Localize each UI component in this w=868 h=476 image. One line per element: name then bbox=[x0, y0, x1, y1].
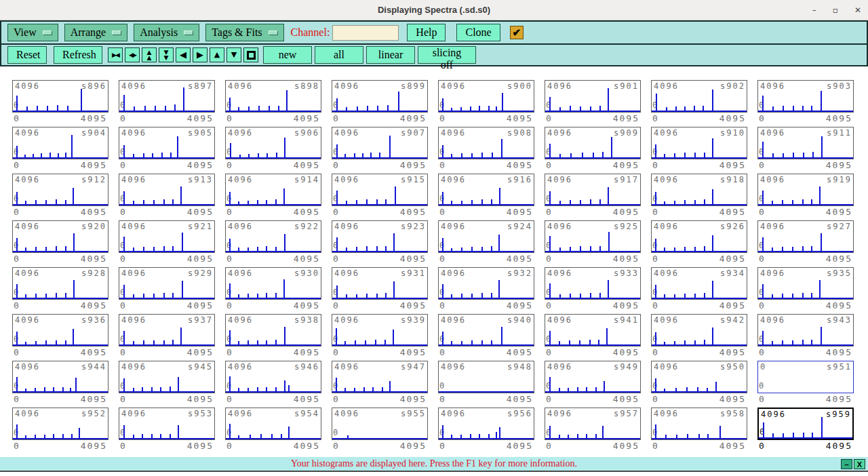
panel-box[interactable]: 4096s9040 bbox=[12, 127, 108, 159]
panel-box[interactable]: 4096s9400 bbox=[438, 314, 534, 346]
spectrum-panel-s932[interactable]: 4096s932004095 bbox=[438, 267, 534, 314]
spectrum-panel-s950[interactable]: 4096s950004095 bbox=[651, 361, 747, 408]
nav-button-up[interactable]: ▲ bbox=[210, 47, 224, 62]
panel-box[interactable]: 4096s9190 bbox=[757, 174, 854, 206]
menu-arrange[interactable]: Arrange bbox=[64, 24, 127, 41]
spectrum-panel-s949[interactable]: 4096s949004095 bbox=[545, 361, 641, 408]
spectrum-panel-s943[interactable]: 4096s943004095 bbox=[757, 314, 854, 361]
spectrum-panel-s919[interactable]: 4096s919004095 bbox=[757, 174, 854, 220]
spectrum-panel-s931[interactable]: 4096s931004095 bbox=[332, 267, 428, 314]
panel-box[interactable]: 4096s9440 bbox=[12, 361, 108, 393]
panel-box[interactable]: 4096s9300 bbox=[225, 267, 321, 300]
spectrum-panel-s906[interactable]: 4096s906004095 bbox=[225, 127, 321, 174]
clone-button[interactable]: Clone bbox=[456, 24, 500, 41]
spectrum-panel-s899[interactable]: 4096s899004095 bbox=[332, 80, 428, 127]
spectrum-panel-s955[interactable]: 4096s955004095 bbox=[332, 408, 428, 454]
spectrum-panel-s909[interactable]: 4096s909004095 bbox=[545, 127, 641, 174]
panel-box[interactable]: 4096s9320 bbox=[438, 267, 534, 300]
panel-box[interactable]: 4096s9050 bbox=[119, 127, 215, 159]
reset-button[interactable]: Reset bbox=[7, 46, 47, 64]
panel-box[interactable]: 4096s9280 bbox=[12, 267, 108, 300]
help-button[interactable]: Help bbox=[407, 24, 446, 41]
panel-box[interactable]: 4096s9090 bbox=[545, 127, 641, 159]
spectrum-panel-s927[interactable]: 4096s927004095 bbox=[757, 220, 854, 267]
spectrum-panel-s959[interactable]: 4096s959004095 bbox=[757, 408, 854, 454]
spectrum-panel-s914[interactable]: 4096s914004095 bbox=[225, 174, 321, 220]
spectrum-panel-s913[interactable]: 4096s913004095 bbox=[119, 174, 215, 220]
menu-analysis[interactable]: Analysis bbox=[134, 24, 199, 41]
nav-button-left[interactable]: ◀ bbox=[176, 47, 191, 62]
panel-box[interactable]: 4096s8970 bbox=[119, 80, 215, 113]
channel-input[interactable] bbox=[332, 25, 399, 41]
panel-box[interactable]: 4096s9360 bbox=[12, 314, 108, 346]
spectrum-panel-s933[interactable]: 4096s933004095 bbox=[545, 267, 641, 314]
panel-box[interactable]: 4096s9380 bbox=[225, 314, 321, 346]
panel-box[interactable]: 4096s9070 bbox=[332, 127, 428, 159]
spectrum-panel-s912[interactable]: 4096s912004095 bbox=[12, 174, 108, 220]
nav-button-tri-in[interactable]: ▶◀ bbox=[108, 47, 123, 62]
statusbar-close-button[interactable]: X bbox=[854, 459, 865, 469]
spectrum-panel-s905[interactable]: 4096s905004095 bbox=[119, 127, 215, 174]
panel-box[interactable]: 4096s9470 bbox=[332, 361, 428, 393]
spectrum-panel-s930[interactable]: 4096s930004095 bbox=[225, 267, 321, 314]
spectrum-panel-s957[interactable]: 4096s957004095 bbox=[545, 408, 641, 454]
close-icon[interactable]: ✕ bbox=[854, 0, 861, 20]
panel-box[interactable]: 4096s9580 bbox=[651, 408, 747, 440]
panel-box[interactable]: 4096s9130 bbox=[119, 174, 215, 206]
panel-box[interactable]: 0s9510 bbox=[757, 361, 854, 393]
spectrum-panel-s940[interactable]: 4096s940004095 bbox=[438, 314, 534, 361]
panel-box[interactable]: 4096s9370 bbox=[119, 314, 215, 346]
panel-box[interactable]: 4096s9160 bbox=[438, 174, 534, 206]
spectrum-panel-s910[interactable]: 4096s910004095 bbox=[651, 127, 747, 174]
nav-button-right[interactable]: ▶ bbox=[193, 47, 208, 62]
panel-box[interactable]: 4096s9410 bbox=[545, 314, 641, 346]
spectrum-panel-s942[interactable]: 4096s942004095 bbox=[651, 314, 747, 361]
spectrum-panel-s901[interactable]: 4096s901004095 bbox=[545, 80, 641, 127]
panel-box[interactable]: 4096s9140 bbox=[225, 174, 321, 206]
panel-box[interactable]: 4096s9080 bbox=[438, 127, 534, 159]
spectrum-panel-s904[interactable]: 4096s904004095 bbox=[12, 127, 108, 174]
panel-box[interactable]: 4096s9290 bbox=[119, 267, 215, 300]
spectrum-panel-s953[interactable]: 4096s953004095 bbox=[119, 408, 215, 454]
spectrum-panel-s952[interactable]: 4096s952004095 bbox=[12, 408, 108, 454]
spectrum-panel-s917[interactable]: 4096s917004095 bbox=[545, 174, 641, 220]
spectrum-panel-s926[interactable]: 4096s926004095 bbox=[651, 220, 747, 267]
spectrum-panel-s902[interactable]: 4096s902004095 bbox=[651, 80, 747, 127]
panel-box[interactable]: 4096s9060 bbox=[225, 127, 321, 159]
spectrum-panel-s898[interactable]: 4096s898004095 bbox=[225, 80, 321, 127]
panel-box[interactable]: 4096s9170 bbox=[545, 174, 641, 206]
spectrum-panel-s951[interactable]: 0s951004095 bbox=[757, 361, 854, 408]
statusbar-minimize-button[interactable]: – bbox=[841, 459, 852, 469]
slicing-button[interactable]: slicing off bbox=[418, 46, 476, 64]
panel-box[interactable]: 4096s9540 bbox=[225, 408, 321, 440]
spectrum-panel-s923[interactable]: 4096s923004095 bbox=[332, 220, 428, 267]
panel-box[interactable]: 4096s9490 bbox=[545, 361, 641, 393]
spectrum-panel-s924[interactable]: 4096s924004095 bbox=[438, 220, 534, 267]
panel-box[interactable]: 4096s9180 bbox=[651, 174, 747, 206]
panel-box[interactable]: 4096s9110 bbox=[757, 127, 854, 159]
spectrum-panel-s911[interactable]: 4096s911004095 bbox=[757, 127, 854, 174]
all-button[interactable]: all bbox=[315, 46, 363, 64]
spectrum-panel-s900[interactable]: 4096s900004095 bbox=[438, 80, 534, 127]
minimize-icon[interactable]: – bbox=[812, 0, 816, 20]
panel-box[interactable]: 4096s9550 bbox=[332, 408, 428, 440]
menu-view[interactable]: View bbox=[7, 24, 58, 41]
panel-box[interactable]: 4096s9480 bbox=[438, 361, 534, 393]
spectrum-panel-s954[interactable]: 4096s954004095 bbox=[225, 408, 321, 454]
nav-button-down[interactable]: ▼ bbox=[226, 47, 241, 62]
spectrum-panel-s920[interactable]: 4096s920004095 bbox=[12, 220, 108, 267]
spectrum-panel-s958[interactable]: 4096s958004095 bbox=[651, 408, 747, 454]
spectrum-panel-s896[interactable]: 4096s896004095 bbox=[12, 80, 108, 127]
spectrum-panel-s939[interactable]: 4096s939004095 bbox=[332, 314, 428, 361]
nav-button-dbl-up[interactable]: ▲▲ bbox=[142, 47, 157, 62]
spectrum-panel-s921[interactable]: 4096s921004095 bbox=[119, 220, 215, 267]
spectrum-panel-s918[interactable]: 4096s918004095 bbox=[651, 174, 747, 220]
panel-box[interactable]: 4096s9260 bbox=[651, 220, 747, 253]
panel-box[interactable]: 4096s9570 bbox=[545, 408, 641, 440]
panel-box[interactable]: 4096s9530 bbox=[119, 408, 215, 440]
nav-button-square[interactable] bbox=[243, 47, 258, 62]
panel-box[interactable]: 4096s9520 bbox=[12, 408, 108, 440]
spectrum-panel-s935[interactable]: 4096s935004095 bbox=[757, 267, 854, 314]
panel-box[interactable]: 4096s9270 bbox=[757, 220, 854, 253]
panel-box[interactable]: 4096s9560 bbox=[438, 408, 534, 440]
